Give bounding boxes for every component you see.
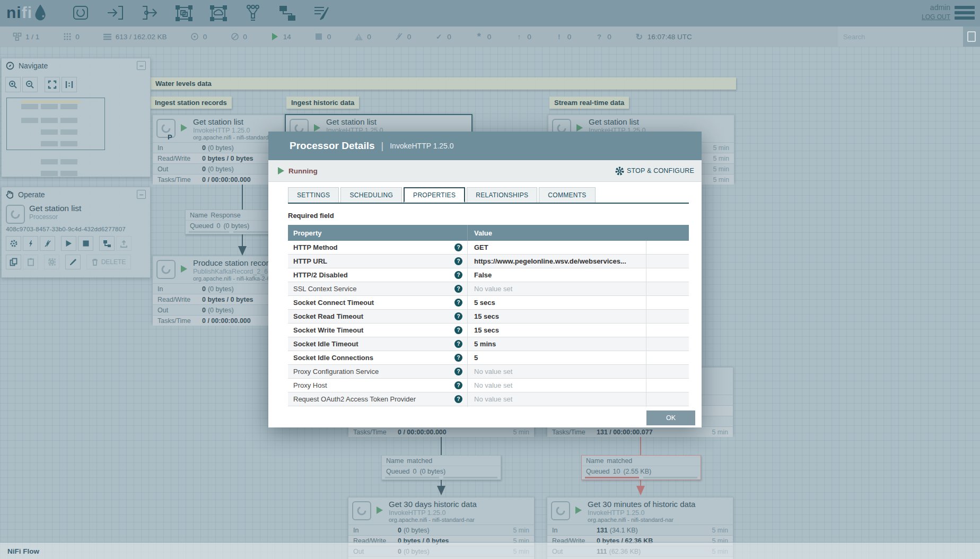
property-row: HTTP/2 Disabled?False — [288, 268, 689, 282]
help-icon[interactable]: ? — [454, 395, 462, 403]
start-button[interactable] — [61, 236, 76, 251]
locally-modified-count: * 0 — [475, 32, 492, 41]
help-icon[interactable]: ? — [454, 312, 462, 320]
ok-button[interactable]: OK — [646, 410, 695, 425]
collapse-button[interactable]: – — [137, 61, 146, 70]
processor-type: InvokeHTTP 1.25.0 — [588, 509, 733, 517]
help-icon[interactable]: ? — [454, 285, 462, 293]
logout-link[interactable]: LOG OUT — [922, 13, 950, 21]
collapse-button[interactable]: – — [137, 190, 146, 199]
running-icon — [576, 124, 583, 132]
stat-row-in: In131(34.1 KB)5 min — [547, 525, 733, 535]
active-threads: 0 — [63, 32, 80, 41]
remote-process-group-icon[interactable] — [207, 2, 230, 24]
help-icon[interactable]: ? — [454, 243, 462, 251]
help-icon[interactable]: ? — [454, 354, 462, 362]
stop-and-configure-button[interactable]: STOP & CONFIGURE — [615, 167, 694, 176]
stop-button[interactable] — [78, 236, 93, 251]
tab-relationships[interactable]: RELATIONSHIPS — [467, 187, 537, 203]
label-icon[interactable] — [310, 2, 334, 24]
property-row: SSL Context Service?No value set — [288, 282, 689, 296]
property-row: Socket Idle Timeout?5 mins — [288, 337, 689, 351]
tab-scheduling[interactable]: SCHEDULING — [340, 187, 402, 203]
running-icon — [278, 167, 284, 174]
canvas-label-stream-realtime[interactable]: Stream real-time data — [549, 97, 629, 109]
property-row: HTTP URL?https://www.pegelonline.wsv.de/… — [288, 255, 689, 268]
zoom-fit-button[interactable] — [45, 77, 60, 92]
group-button[interactable] — [44, 255, 59, 269]
connection-response[interactable]: NameResponse Queued0(0 bytes) — [185, 209, 277, 234]
help-icon[interactable]: ? — [454, 257, 462, 265]
disabled-count: 0 — [395, 32, 412, 41]
property-row: Proxy Configuration Service?No value set — [288, 365, 689, 379]
breadcrumb-root[interactable]: NiFi Flow — [7, 547, 39, 555]
trash-icon — [92, 258, 98, 266]
tab-settings[interactable]: SETTINGS — [288, 187, 339, 203]
dialog-title: Processor Details — [290, 140, 375, 152]
processor-icon[interactable] — [69, 2, 92, 24]
search-filter-button[interactable] — [963, 27, 980, 47]
running-icon — [181, 124, 187, 132]
cluster-status: 1 / 1 — [13, 32, 39, 41]
search-input[interactable] — [838, 27, 963, 47]
global-menu-button[interactable] — [955, 6, 975, 22]
tab-properties[interactable]: PROPERTIES — [404, 187, 465, 203]
refresh-icon[interactable]: ↻ — [635, 32, 644, 41]
processor-bundle: org.apache.nifi - nifi-standard-nar — [389, 517, 534, 523]
current-user: admin — [922, 3, 950, 12]
create-template-button[interactable] — [99, 236, 115, 251]
property-row: Request OAuth2 Access Token Provider?No … — [288, 392, 689, 406]
stale-count: ↑ 0 — [514, 32, 531, 41]
help-icon[interactable]: ? — [454, 326, 462, 334]
funnel-icon[interactable] — [241, 2, 265, 24]
process-group-icon[interactable] — [172, 2, 196, 24]
disable-button[interactable] — [40, 236, 55, 251]
zoom-out-button[interactable] — [22, 77, 38, 92]
connection-matched-right[interactable]: Namematched Queued10(2.55 KB) — [581, 455, 701, 480]
property-row: Socket Idle Connections?5 — [288, 351, 689, 365]
help-icon[interactable]: ? — [454, 368, 462, 375]
invalid-count: 0 — [354, 32, 371, 41]
upload-template-button[interactable] — [116, 236, 132, 251]
table-header: Property Value — [288, 225, 689, 241]
property-row: Request Username?No value set — [288, 406, 689, 407]
help-icon[interactable]: ? — [454, 340, 462, 348]
canvas-label-ingest-station[interactable]: Ingest station records — [150, 97, 232, 109]
birdseye-minimap[interactable] — [5, 97, 146, 181]
template-icon[interactable] — [276, 2, 299, 24]
enable-button[interactable] — [23, 236, 38, 251]
queued-flowfiles: 613 / 162.02 KB — [103, 32, 167, 41]
configure-button[interactable] — [6, 236, 21, 251]
breadcrumb-bar: NiFi Flow — [0, 542, 980, 559]
dialog-tabs: SETTINGS SCHEDULING PROPERTIES RELATIONS… — [288, 187, 689, 204]
required-field-note: Required field — [288, 212, 689, 220]
help-icon[interactable]: ? — [454, 381, 462, 389]
paste-button[interactable] — [23, 255, 38, 269]
stat-row-tasks: Tasks/Time0 / 00:00:00.0005 min — [348, 426, 534, 437]
selected-component-id: 408c9703-8457-33b0-9c4d-432dd6277807 — [6, 226, 146, 232]
help-icon[interactable]: ? — [454, 299, 462, 307]
canvas-label-water-levels[interactable]: Water levels data — [151, 77, 736, 90]
primary-node-badge: P — [168, 133, 172, 141]
table-body: HTTP Method?GET HTTP URL?https://www.peg… — [288, 241, 689, 407]
tab-comments[interactable]: COMMENTS — [539, 187, 595, 203]
output-port-icon[interactable] — [138, 2, 161, 24]
connection-matched-mid[interactable]: Namematched Queued0(0 bytes) — [381, 455, 501, 480]
copy-button[interactable] — [6, 255, 21, 269]
property-row: Socket Connect Timeout?5 secs — [288, 296, 689, 310]
change-color-button[interactable] — [65, 255, 81, 269]
input-port-icon[interactable] — [103, 2, 127, 24]
stopped-icon — [314, 32, 323, 41]
zoom-in-button[interactable] — [5, 77, 21, 92]
queued-icon — [103, 32, 112, 41]
processor-stamp-icon — [156, 260, 176, 279]
running-count: 14 — [270, 32, 291, 41]
dialog-header: Processor Details | InvokeHTTP 1.25.0 — [268, 132, 702, 160]
canvas-label-ingest-historic[interactable]: Ingest historic data — [286, 97, 359, 109]
help-icon[interactable]: ? — [454, 271, 462, 279]
asterisk-icon: * — [475, 32, 484, 41]
dialog-subtitle: InvokeHTTP 1.25.0 — [390, 142, 453, 150]
zoom-actual-button[interactable] — [62, 77, 77, 92]
delete-button[interactable]: DELETE — [86, 255, 131, 269]
water-drop-icon — [32, 3, 48, 22]
